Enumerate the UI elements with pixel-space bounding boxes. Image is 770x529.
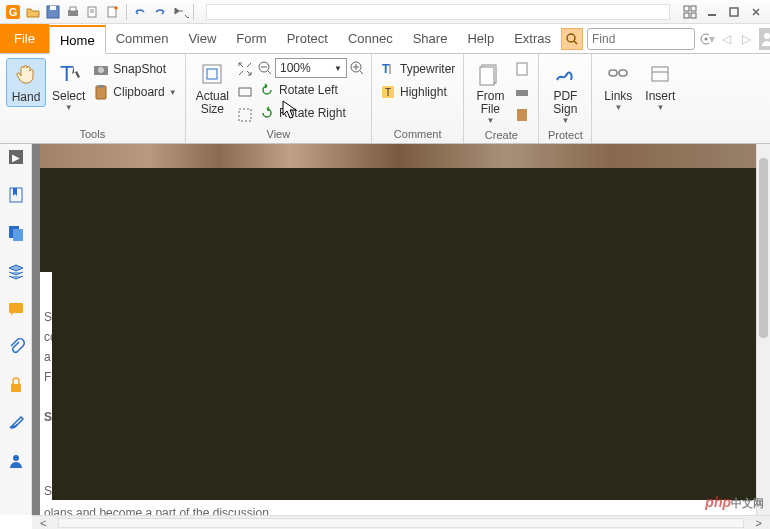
undo-icon[interactable]	[131, 3, 149, 21]
security-icon[interactable]	[5, 374, 27, 396]
maximize-icon[interactable]	[724, 3, 744, 21]
fit-page-button[interactable]	[235, 58, 255, 80]
blank-button[interactable]	[512, 58, 532, 80]
save-icon[interactable]	[44, 3, 62, 21]
highlight-button[interactable]: T Highlight	[378, 81, 457, 103]
tab-protect[interactable]: Protect	[277, 24, 338, 53]
rotate-right-button[interactable]: Rotate Right	[257, 102, 365, 124]
scrollbar-thumb[interactable]	[759, 158, 768, 338]
clipboard-label: Clipboard	[113, 85, 164, 99]
blank-icon	[514, 61, 530, 77]
user-avatar[interactable]: ▾	[759, 28, 770, 50]
layers-icon[interactable]	[5, 260, 27, 282]
search-button-icon[interactable]	[561, 28, 583, 50]
svg-rect-5	[70, 7, 76, 11]
person-icon[interactable]	[5, 450, 27, 472]
svg-text:T: T	[385, 87, 391, 98]
document-viewport[interactable]: S co a Fa S S olans and become a part of…	[32, 144, 770, 515]
tab-help[interactable]: Help	[457, 24, 504, 53]
tab-comment[interactable]: Commen	[106, 24, 179, 53]
share-dropdown-icon[interactable]	[171, 3, 189, 21]
doc-text-line: olans and become a part of the discussio…	[44, 504, 269, 515]
expand-panel-icon[interactable]: ▶	[9, 150, 23, 164]
rotate-right-label: Rotate Right	[279, 106, 346, 120]
scroll-right-icon[interactable]: >	[752, 517, 766, 529]
insert-button[interactable]: Insert ▼	[640, 58, 680, 114]
from-file-icon	[476, 60, 504, 88]
doc-text-line: S	[44, 408, 52, 426]
svg-rect-55	[9, 303, 23, 313]
select-icon: T	[55, 60, 83, 88]
svg-rect-45	[517, 63, 527, 75]
links-button[interactable]: Links ▼	[598, 58, 638, 114]
group-comment: T Typewriter T Highlight Comment	[372, 54, 464, 143]
select-tool[interactable]: T Select ▼	[48, 58, 89, 114]
settings-icon[interactable]: ▾	[699, 28, 715, 50]
menu-bar: File Home Commen View Form Protect Conne…	[0, 24, 770, 54]
svg-rect-46	[516, 90, 528, 96]
group-label-tools: Tools	[0, 126, 185, 143]
rotate-left-button[interactable]: Rotate Left	[257, 79, 365, 101]
quick-access-toolbar: G	[0, 0, 770, 24]
fit-width-button[interactable]	[235, 81, 255, 103]
prev-icon[interactable]: ◁	[719, 28, 735, 50]
file-menu[interactable]: File	[0, 24, 49, 53]
app-icon[interactable]: G	[4, 3, 22, 21]
title-bar	[206, 4, 670, 20]
zoom-value: 100%	[280, 61, 311, 75]
snapshot-tool[interactable]: SnapShot	[91, 58, 178, 80]
horizontal-scrollbar[interactable]	[58, 518, 743, 528]
vertical-scrollbar[interactable]	[756, 144, 770, 515]
group-label-empty	[592, 126, 686, 143]
tab-home[interactable]: Home	[49, 25, 106, 54]
main-area: ▶ S co a Fa S S olans and become a part …	[0, 144, 770, 515]
print-preview-icon[interactable]	[84, 3, 102, 21]
from-scanner-button[interactable]	[512, 81, 532, 103]
clipboard-tool[interactable]: Clipboard ▼	[91, 81, 178, 103]
open-icon[interactable]	[24, 3, 42, 21]
close-icon[interactable]	[746, 3, 766, 21]
hand-tool[interactable]: Hand	[6, 58, 46, 107]
pdf-sign-button[interactable]: PDFSign ▼	[545, 58, 585, 127]
svg-rect-13	[691, 13, 696, 18]
search-box[interactable]	[587, 28, 695, 50]
svg-rect-49	[619, 70, 627, 76]
print-icon[interactable]	[64, 3, 82, 21]
links-label: Links	[604, 90, 632, 103]
snapshot-label: SnapShot	[113, 62, 166, 76]
tab-extras[interactable]: Extras	[504, 24, 561, 53]
pages-icon[interactable]	[5, 222, 27, 244]
redo-icon[interactable]	[151, 3, 169, 21]
tab-share[interactable]: Share	[403, 24, 458, 53]
document-page: S co a Fa S S olans and become a part of…	[40, 144, 756, 515]
zoom-in-icon[interactable]	[349, 60, 365, 76]
new-icon[interactable]	[104, 3, 122, 21]
tab-view[interactable]: View	[178, 24, 226, 53]
from-file-button[interactable]: FromFile ▼	[470, 58, 510, 127]
zoom-out-icon[interactable]	[257, 60, 273, 76]
fit-visible-button[interactable]	[235, 104, 255, 126]
scroll-left-icon[interactable]: <	[36, 517, 50, 529]
typewriter-button[interactable]: T Typewriter	[378, 58, 457, 80]
collapse-ribbon-icon[interactable]	[680, 3, 700, 21]
separator	[126, 4, 127, 20]
doc-text-line: S	[44, 308, 52, 326]
svg-rect-11	[691, 6, 696, 11]
tab-connect[interactable]: Connec	[338, 24, 403, 53]
group-tools: Hand T Select ▼ SnapShot Clipboard ▼ Too…	[0, 54, 186, 143]
signatures-icon[interactable]	[5, 412, 27, 434]
svg-point-25	[98, 67, 104, 73]
from-file-label-2: File	[481, 102, 500, 116]
tab-form[interactable]: Form	[226, 24, 276, 53]
next-icon[interactable]: ▷	[739, 28, 755, 50]
actual-size-button[interactable]: ActualSize	[192, 58, 233, 118]
svg-point-21	[704, 37, 707, 40]
from-clipboard-button[interactable]	[512, 104, 532, 126]
svg-text:G: G	[9, 6, 18, 18]
group-label-view: View	[186, 126, 371, 143]
bookmarks-icon[interactable]	[5, 184, 27, 206]
comments-icon[interactable]	[5, 298, 27, 320]
attachments-icon[interactable]	[5, 336, 27, 358]
zoom-select[interactable]: 100%▼	[275, 58, 347, 78]
minimize-icon[interactable]	[702, 3, 722, 21]
